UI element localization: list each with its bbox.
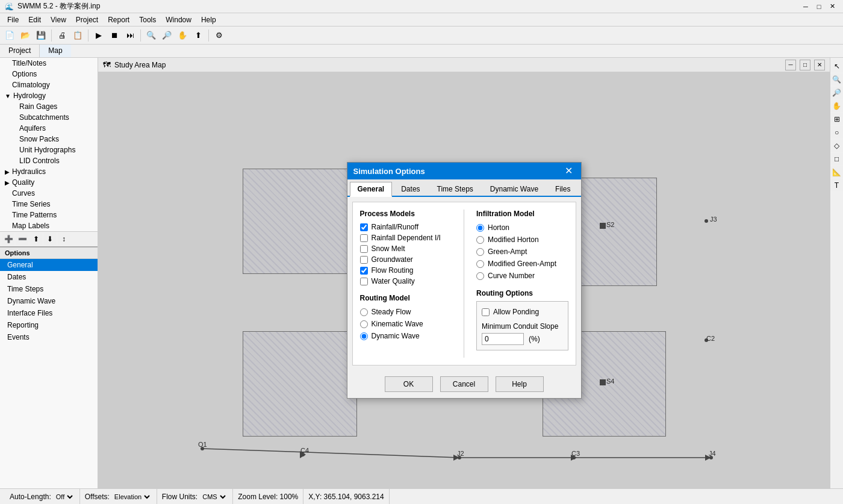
rt-label[interactable]: T: [831, 179, 843, 191]
menu-edit[interactable]: Edit: [23, 14, 46, 25]
conduit-slope-input[interactable]: [482, 333, 524, 345]
map-canvas[interactable]: BG1 S2 S4 J3 C2 O1 C4 J2 C3 J4: [98, 72, 830, 488]
toolbar-zoom-out[interactable]: 🔎: [160, 28, 174, 43]
radio-kinematic-wave-input[interactable]: [360, 320, 368, 328]
sidebar-nav-general[interactable]: General: [0, 259, 98, 271]
sidebar-remove-button[interactable]: ➖: [16, 233, 28, 245]
rt-pan[interactable]: ✋: [831, 100, 843, 112]
sidebar-item-subcatchments[interactable]: Subcatchments: [0, 112, 98, 123]
toolbar-copy[interactable]: 📋: [70, 28, 85, 43]
radio-dynamic-wave-input[interactable]: [360, 332, 368, 340]
rt-full-extent[interactable]: ⊞: [831, 113, 843, 125]
sidebar-item-aquifers[interactable]: Aquifers: [0, 123, 98, 134]
close-button[interactable]: ✕: [826, 1, 838, 12]
checkbox-rainfall-dependent-input[interactable]: [360, 234, 368, 242]
toolbar-print[interactable]: 🖨: [55, 28, 69, 43]
radio-horton-input[interactable]: [476, 224, 484, 232]
radio-modified-green-ampt-input[interactable]: [476, 260, 484, 268]
tab-files[interactable]: Files: [547, 182, 578, 196]
sidebar-item-title-notes[interactable]: Title/Notes: [0, 58, 98, 69]
minimize-button[interactable]: ─: [800, 1, 812, 12]
radio-curve-number-input[interactable]: [476, 272, 484, 280]
checkbox-groundwater-input[interactable]: [360, 256, 368, 264]
toolbar-pan[interactable]: ✋: [175, 28, 190, 43]
toolbar-select[interactable]: ⬆: [191, 28, 205, 43]
checkbox-allow-ponding-input[interactable]: [482, 308, 490, 316]
menu-help[interactable]: Help: [196, 14, 221, 25]
map-minimize-button[interactable]: ─: [785, 60, 796, 70]
sidebar-nav-reporting[interactable]: Reporting: [0, 319, 98, 331]
menu-project[interactable]: Project: [71, 14, 103, 25]
rt-diamond[interactable]: ◇: [831, 140, 843, 152]
ok-button[interactable]: OK: [385, 376, 433, 392]
map-maximize-button[interactable]: □: [800, 60, 810, 70]
menu-report[interactable]: Report: [103, 14, 134, 25]
radio-green-ampt-input[interactable]: [476, 248, 484, 256]
sidebar-item-lid-controls[interactable]: LID Controls: [0, 155, 98, 166]
map-close-button[interactable]: ✕: [814, 60, 825, 70]
menu-window[interactable]: Window: [161, 14, 196, 25]
sidebar-group-hydrology[interactable]: ▼ Hydrology: [0, 90, 98, 101]
toolbar-run[interactable]: ▶: [92, 28, 106, 43]
checkbox-flow-routing-input[interactable]: [360, 267, 368, 275]
sidebar-sort-button[interactable]: ↕: [58, 233, 70, 245]
rt-circle[interactable]: ○: [831, 126, 843, 138]
radio-dynamic-wave-label: Dynamic Wave: [372, 332, 420, 340]
toolbar-step[interactable]: ⏭: [123, 28, 137, 43]
sidebar-nav-interface-files[interactable]: Interface Files: [0, 307, 98, 319]
sidebar-up-button[interactable]: ⬆: [30, 233, 42, 245]
cancel-button[interactable]: Cancel: [440, 376, 488, 392]
menu-tools[interactable]: Tools: [134, 14, 161, 25]
sidebar-item-climatology[interactable]: Climatology: [0, 79, 98, 90]
sidebar-group-hydraulics[interactable]: ▶ Hydraulics: [0, 166, 98, 177]
sidebar-item-snow-packs[interactable]: Snow Packs: [0, 134, 98, 145]
rt-square[interactable]: □: [831, 153, 843, 165]
sidebar-group-quality[interactable]: ▶ Quality: [0, 177, 98, 188]
offsets-select[interactable]: Elevation Depth: [112, 493, 152, 501]
menu-file[interactable]: File: [2, 14, 23, 25]
tab-general[interactable]: General: [350, 182, 393, 197]
tab-dates[interactable]: Dates: [393, 182, 428, 196]
radio-modified-horton-input[interactable]: [476, 236, 484, 244]
sidebar-item-curves[interactable]: Curves: [0, 188, 98, 199]
menu-view[interactable]: View: [46, 14, 71, 25]
auto-length-select[interactable]: Off On: [54, 493, 75, 501]
radio-steady-flow-input[interactable]: [360, 308, 368, 316]
dialog-close-button[interactable]: ✕: [562, 166, 575, 176]
help-button[interactable]: Help: [496, 376, 544, 392]
sidebar-item-time-patterns[interactable]: Time Patterns: [0, 210, 98, 220]
tab-time-steps[interactable]: Time Steps: [429, 182, 481, 196]
flow-units-select[interactable]: CMS CFS MGD: [200, 493, 228, 501]
checkbox-snow-melt-label: Snow Melt: [372, 244, 405, 253]
sidebar-nav-events[interactable]: Events: [0, 331, 98, 343]
sidebar-item-rain-gages[interactable]: Rain Gages: [0, 101, 98, 112]
tab-map[interactable]: Map: [40, 45, 70, 57]
sidebar-item-time-series[interactable]: Time Series: [0, 199, 98, 210]
sidebar-item-options[interactable]: Options: [0, 69, 98, 79]
sidebar-down-button[interactable]: ⬇: [44, 233, 56, 245]
checkbox-water-quality-input[interactable]: [360, 278, 368, 285]
sidebar-nav-time-steps[interactable]: Time Steps: [0, 283, 98, 295]
rt-cursor[interactable]: ↖: [831, 60, 843, 72]
toolbar-options[interactable]: ⚙: [212, 28, 226, 43]
sidebar-add-button[interactable]: ➕: [2, 233, 14, 245]
sidebar-nav-dates[interactable]: Dates: [0, 271, 98, 283]
toolbar: 📄 📂 💾 🖨 📋 ▶ ⏹ ⏭ 🔍 🔎 ✋ ⬆ ⚙: [0, 26, 843, 45]
tab-project[interactable]: Project: [0, 45, 40, 57]
sidebar-nav-dynamic-wave[interactable]: Dynamic Wave: [0, 295, 98, 307]
toolbar-zoom-in[interactable]: 🔍: [144, 28, 158, 43]
toolbar-open[interactable]: 📂: [18, 28, 33, 43]
maximize-button[interactable]: □: [813, 1, 825, 12]
rt-zoom-out[interactable]: 🔎: [831, 87, 843, 99]
sidebar-item-unit-hydrographs[interactable]: Unit Hydrographs: [0, 145, 98, 155]
checkbox-rainfall-runoff-input[interactable]: [360, 223, 368, 231]
toolbar-save[interactable]: 💾: [34, 28, 48, 43]
checkbox-snow-melt-input[interactable]: [360, 245, 368, 253]
toolbar-stop[interactable]: ⏹: [107, 28, 122, 43]
sidebar-item-map-labels[interactable]: Map Labels: [0, 220, 98, 231]
tab-dynamic-wave[interactable]: Dynamic Wave: [482, 182, 546, 196]
rt-measure[interactable]: 📐: [831, 166, 843, 178]
rt-zoom-in[interactable]: 🔍: [831, 73, 843, 86]
zoom-label: Zoom Level: 100%: [238, 493, 298, 501]
toolbar-new[interactable]: 📄: [2, 28, 17, 43]
